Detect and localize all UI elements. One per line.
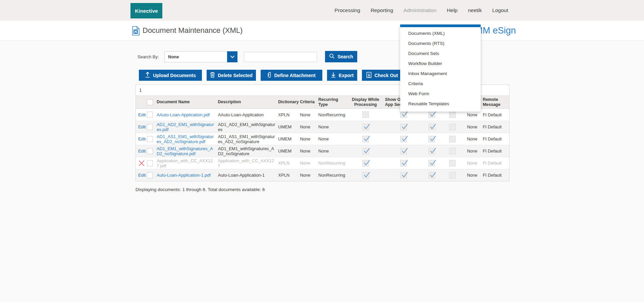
header-display-while-processing: Display While Processing — [347, 96, 384, 108]
nav-processing[interactable]: Processing — [334, 7, 360, 13]
search-by-select[interactable]: None — [164, 51, 237, 62]
kinective-logo[interactable]: Kinective — [130, 3, 162, 18]
check-out-label: Check Out — [374, 73, 398, 78]
recurring-type-cell: NonRecurring — [318, 109, 347, 121]
download-icon — [331, 72, 336, 79]
nav-username[interactable]: neetik — [468, 7, 482, 13]
checked-status-checkbox — [428, 111, 435, 118]
administration-dropdown-menu: Documents (XML) Documents (RTS) Document… — [400, 24, 481, 112]
edit-link[interactable]: Edit — [138, 124, 146, 129]
dictionary-cell: UMEM — [278, 145, 300, 157]
table-row: EditAD1_EM1_withSignatures_AD2_noSignatu… — [136, 145, 509, 157]
menu-item-documents-rts[interactable]: Documents (RTS) — [400, 39, 481, 49]
document-name-link[interactable]: AD1_EM1_withSignatures_AD2_noSignature.p… — [157, 146, 215, 156]
menu-item-documents-xml[interactable]: Documents (XML) — [400, 28, 481, 39]
row-checkbox[interactable] — [147, 148, 153, 154]
none-value-cell: None — [464, 121, 481, 133]
edit-link[interactable]: Edit — [138, 173, 146, 178]
unchecked-status-checkbox — [449, 148, 456, 155]
header-actions — [136, 96, 145, 108]
document-name-link: Application_with_CC_AXX127.pdf — [157, 158, 215, 168]
document-name-link[interactable]: Auto-Loan-Application-1.pdf — [157, 173, 211, 178]
nav-logout[interactable]: Logout — [492, 7, 508, 13]
menu-item-criteria[interactable]: Criteria — [400, 79, 481, 89]
menu-item-workflow-builder[interactable]: Workflow Builder — [400, 59, 481, 69]
table-row: EditAD1_AD2_EM1_withSignatures.pdfAD1_AD… — [136, 121, 509, 133]
export-label: Export — [339, 73, 354, 78]
check-out-button[interactable]: Check Out — [362, 70, 402, 81]
page-title: Document Maintenance (XML) — [143, 26, 243, 35]
description-cell: Application_with_CC_AXX127 — [218, 157, 278, 169]
check-out-icon — [366, 72, 372, 79]
chevron-down-icon[interactable] — [227, 51, 237, 62]
unchecked-status-checkbox — [449, 172, 456, 179]
main-nav: Processing Reporting Administration Help… — [334, 0, 508, 21]
document-name-link[interactable]: AAuto-Loan-Application.pdf — [157, 112, 210, 117]
nav-help[interactable]: Help — [447, 7, 458, 13]
header-criteria: Criteria — [300, 96, 318, 108]
search-button[interactable]: Search — [325, 51, 357, 62]
edit-link[interactable]: Edit — [138, 148, 146, 154]
remote-message-cell: FI Default — [481, 133, 509, 145]
header-remote-message: Remote Message — [481, 96, 509, 108]
checked-status-checkbox — [362, 148, 369, 155]
criteria-cell: None — [300, 121, 318, 133]
row-checkbox[interactable] — [147, 124, 153, 130]
remote-message-cell: FI Default — [481, 121, 509, 133]
delete-selected-button[interactable]: Delete Selected — [207, 70, 256, 81]
nav-administration[interactable]: Administration — [404, 7, 436, 13]
edit-link[interactable]: Edit — [138, 112, 146, 117]
checked-status-checkbox — [428, 148, 435, 155]
dictionary-cell: XPLN — [278, 157, 300, 169]
page-number[interactable]: 1 — [139, 87, 142, 93]
trash-icon — [210, 72, 215, 79]
select-all-checkbox[interactable] — [147, 99, 153, 105]
criteria-cell: None — [300, 133, 318, 145]
remote-message-cell: FI Default — [481, 109, 509, 121]
menu-item-inbox-management[interactable]: Inbox Management — [400, 69, 481, 79]
define-attachment-button[interactable]: Define Attachment — [261, 70, 322, 81]
document-name-link[interactable]: AD1_AD2_EM1_withSignatures.pdf — [157, 122, 215, 132]
checked-status-checkbox — [400, 160, 407, 167]
unchecked-status-checkbox — [449, 111, 456, 118]
row-checkbox[interactable] — [147, 172, 153, 178]
header-description: Description — [218, 96, 278, 108]
criteria-cell: None — [300, 145, 318, 157]
checked-status-checkbox — [428, 136, 435, 142]
nav-reporting[interactable]: Reporting — [371, 7, 393, 13]
edit-link[interactable]: Edit — [138, 136, 146, 141]
delete-x-icon[interactable] — [138, 160, 145, 167]
table-row: EditAD1_AS1_EM1_withSignatures_AD2_noSig… — [136, 133, 509, 145]
checked-status-checkbox — [362, 136, 369, 142]
row-checkbox[interactable] — [147, 160, 153, 166]
header-dictionary: Dictionary — [278, 96, 300, 108]
row-checkbox[interactable] — [147, 136, 153, 142]
export-button[interactable]: Export — [327, 70, 357, 81]
description-cell: AAuto-Loan-Application — [218, 109, 278, 121]
table-row: Application_with_CC_AXX127.pdfApplicatio… — [136, 157, 509, 169]
results-summary: Displaying documents: 1 through 6. Total… — [136, 187, 265, 192]
unchecked-status-checkbox — [362, 111, 369, 118]
table-row: EditAuto-Loan-Application-1.pdfAuto-Loan… — [136, 169, 509, 181]
unchecked-status-checkbox — [449, 136, 456, 142]
recurring-type-cell: NonRecurring — [318, 169, 347, 181]
checked-status-checkbox — [428, 124, 435, 130]
menu-item-reusable-templates[interactable]: Reusable Templates — [400, 99, 481, 109]
recurring-type-cell: NonRecurring — [318, 157, 347, 169]
document-name-link[interactable]: AD1_AS1_EM1_withSignatures_AD2_noSignatu… — [157, 134, 215, 144]
header-document-name: Document Name — [155, 96, 218, 108]
upload-documents-button[interactable]: Upload Documents — [139, 70, 202, 81]
none-value-cell: None — [464, 145, 481, 157]
search-input[interactable] — [244, 52, 317, 62]
description-cell: AD1_AS1_EM1_withSignatures_AD2_noSignatu… — [218, 133, 278, 145]
select-value: None — [165, 54, 227, 59]
checked-status-checkbox — [400, 136, 407, 142]
table-body: EditAAuto-Loan-Application.pdfAAuto-Loan… — [136, 109, 509, 181]
checked-status-checkbox — [362, 172, 369, 179]
recurring-type-cell: None — [318, 121, 347, 133]
menu-item-document-sets[interactable]: Document Sets — [400, 49, 481, 59]
header-recurring-type: Recurring Type — [318, 96, 347, 108]
row-checkbox[interactable] — [147, 112, 153, 118]
menu-item-web-form[interactable]: Web Form — [400, 89, 481, 99]
delete-selected-label: Delete Selected — [218, 73, 253, 78]
